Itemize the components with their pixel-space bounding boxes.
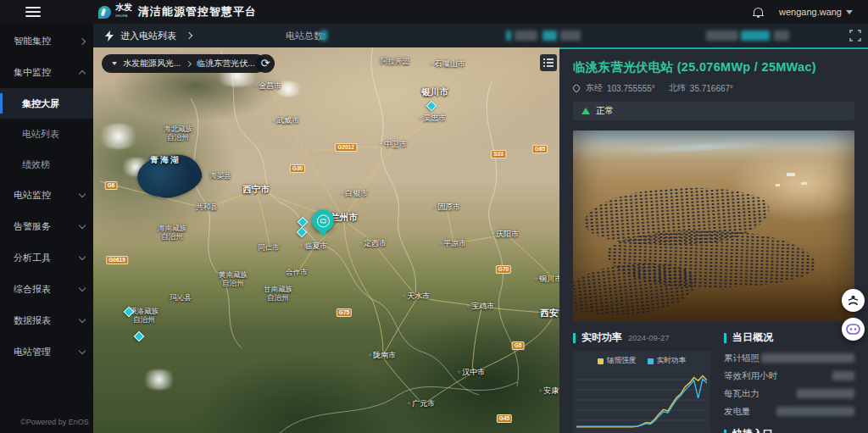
stat-label: 累计辐照 — [724, 353, 760, 364]
marker-ring-icon — [317, 214, 330, 227]
enter-station-list-link[interactable]: 进入电站列表 — [120, 30, 176, 42]
blurred-stat — [706, 31, 738, 41]
map-legend-icon[interactable] — [540, 54, 557, 71]
map-label: 武威市 — [272, 116, 299, 125]
map-label: 定西市 — [359, 239, 387, 247]
map-label: 固原市 — [433, 203, 460, 211]
legend-swatch — [648, 358, 654, 364]
customer-service-button[interactable] — [842, 289, 865, 312]
road-badge: G30 — [290, 164, 305, 173]
road-badge: G5 — [512, 341, 525, 350]
chart-line — [576, 379, 707, 426]
map-label: 海南藏族自治州 — [158, 224, 186, 241]
sidebar-item-label: 电站管理 — [14, 346, 80, 358]
notification-bell-icon[interactable] — [753, 6, 764, 18]
blurred-stat — [741, 31, 770, 41]
sidebar-item-2[interactable]: 集控大屏 — [0, 88, 93, 119]
today-stat-row: 等效利用小时 — [724, 367, 854, 385]
today-stat-row: 发电量 — [724, 402, 854, 420]
breadcrumb-current[interactable]: 临洮东营光伏... — [197, 58, 254, 69]
road-badge: G65 — [532, 145, 548, 153]
sidebar-item-1[interactable]: 集中监控 — [0, 57, 93, 88]
stat-label: 发电量 — [724, 406, 751, 418]
section-accent-bar — [573, 333, 576, 343]
station-detail-panel: 临洮东营光伏电站 (25.076MWp / 25MWac) 东经 103.755… — [559, 47, 868, 433]
location-pin-icon — [571, 83, 581, 92]
brand-logo: 水发 SHUIFA 清洁能源管控智慧平台 — [98, 3, 257, 20]
sidebar-item-3[interactable]: 电站列表 — [0, 119, 93, 149]
refresh-button[interactable]: ⟳ — [256, 54, 275, 73]
logo-icon — [98, 6, 111, 19]
today-overview-rows: 累计辐照等效利用小时每瓦出力发电量 — [724, 349, 854, 420]
map-label: 天水市 — [403, 291, 430, 300]
sidebar-item-label: 综合报表 — [14, 283, 80, 296]
hamburger-menu-icon[interactable] — [25, 7, 41, 17]
chevron-right-icon — [79, 37, 86, 44]
today-stat-row: 每瓦出力 — [724, 385, 854, 402]
map-label: 汉中市 — [458, 368, 485, 376]
legend-item[interactable]: 实时功率 — [648, 356, 686, 366]
breadcrumb-parent[interactable]: 水发能源风光... — [123, 58, 181, 69]
realtime-power-title: 实时功率 — [581, 330, 622, 345]
stat-label: 等效利用小时 — [724, 370, 777, 382]
sidebar: 智能集控集中监控集控大屏电站列表绩效榜电站监控告警服务分析工具综合报表数据报表电… — [0, 24, 93, 433]
map-label: 西宁市 — [242, 185, 270, 193]
map-label: 吴忠市 — [419, 114, 446, 122]
robot-icon — [846, 324, 860, 335]
fullscreen-icon[interactable] — [849, 30, 861, 42]
sidebar-item-label: 数据报表 — [14, 314, 80, 327]
map-label: 同仁市 — [258, 243, 280, 252]
sidebar-item-10[interactable]: 电站管理 — [0, 336, 93, 368]
road-badge: G45 — [497, 414, 512, 423]
road-badge: G75 — [337, 308, 352, 317]
legend-item[interactable]: 辐照强度 — [598, 356, 636, 366]
chevron-right-icon[interactable] — [186, 32, 192, 39]
chevron-down-icon — [79, 191, 86, 197]
map-label: 兰州市 — [331, 213, 358, 221]
map-canvas[interactable]: 阿拉善盟石嘴山市银川市吴忠市中卫市金昌市武威市白银市西宁市海晏县海北藏族自治州青… — [93, 47, 559, 433]
top-header: 水发 SHUIFA 清洁能源管控智慧平台 wengang.wang — [0, 0, 868, 24]
legend-label: 辐照强度 — [607, 356, 636, 366]
quick-entry-title: 快捷入口 — [732, 427, 773, 433]
legend-swatch — [598, 358, 604, 364]
map-label: 白银市 — [341, 189, 368, 197]
map-label: 广元市 — [408, 399, 435, 408]
road-badge: G6 — [105, 181, 118, 190]
user-menu[interactable]: wengang.wang — [779, 7, 853, 17]
sidebar-item-label: 电站列表 — [22, 128, 85, 141]
map-label: 青海湖 — [137, 156, 193, 197]
sidebar-menu: 智能集控集中监控集控大屏电站列表绩效榜电站监控告警服务分析工具综合报表数据报表电… — [0, 24, 93, 418]
map-label: 临夏市 — [300, 241, 327, 250]
sidebar-item-0[interactable]: 智能集控 — [0, 25, 93, 57]
station-marker-main[interactable] — [312, 209, 334, 231]
map-label: 安康市 — [539, 386, 559, 395]
section-accent-bar — [724, 333, 726, 343]
chevron-right-icon — [186, 60, 192, 66]
sidebar-item-8[interactable]: 综合报表 — [0, 274, 93, 305]
realtime-power-date: 2024-09-27 — [628, 333, 670, 342]
sidebar-item-label: 电站监控 — [14, 189, 80, 202]
powered-by-label: ©Powered by EnOS — [0, 418, 93, 433]
sidebar-item-5[interactable]: 电站监控 — [0, 180, 93, 211]
map-label: 海晏县 — [209, 171, 231, 180]
ai-assistant-button[interactable] — [842, 318, 865, 341]
app-title: 清洁能源管控智慧平台 — [138, 4, 257, 19]
road-badge: S33 — [491, 150, 506, 158]
section-accent-bar — [724, 430, 726, 433]
map-label: 中卫市 — [380, 140, 407, 148]
sidebar-item-9[interactable]: 数据报表 — [0, 305, 93, 336]
road-badge: G2012 — [335, 143, 357, 152]
map-breadcrumb[interactable]: 水发能源风光... 临洮东营光伏... — [102, 54, 265, 73]
station-coordinates: 东经 103.755555° 北纬 35.716667° — [573, 82, 854, 94]
map-label: 共和县 — [196, 203, 218, 211]
sidebar-item-label: 分析工具 — [14, 252, 80, 264]
sidebar-item-7[interactable]: 分析工具 — [0, 242, 93, 274]
sidebar-item-6[interactable]: 告警服务 — [0, 211, 93, 242]
map-label: 合作市 — [286, 268, 308, 276]
legend-label: 实时功率 — [657, 356, 686, 366]
sidebar-item-4[interactable]: 绩效榜 — [0, 149, 93, 180]
chart-line — [576, 376, 707, 427]
map-label: 西安市 — [540, 308, 559, 317]
chart-plot — [576, 369, 707, 430]
map-label: 黄南藏族自治州 — [219, 270, 248, 287]
